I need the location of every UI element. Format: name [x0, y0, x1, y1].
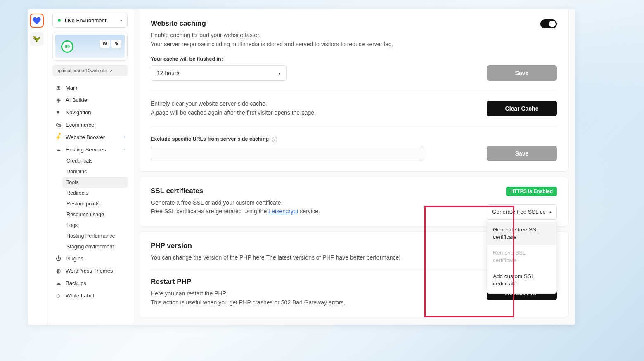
status-dot [58, 19, 61, 22]
caching-toggle[interactable] [540, 19, 557, 28]
cloud-up-icon: ☁ [55, 280, 62, 286]
sub-credentials[interactable]: Credentials [62, 156, 128, 166]
ssl-desc2: Free SSL certificates are generated usin… [151, 207, 320, 216]
plug-icon: ⏻ [55, 255, 62, 262]
nav-hosting-services[interactable]: ☁Hosting Services› [52, 143, 128, 156]
nav-website-booster[interactable]: ⚡Website Booster› [52, 131, 128, 143]
dd-custom-ssl[interactable]: Add custom SSL certificate [487, 269, 556, 292]
performance-score: 99 [61, 40, 73, 53]
sub-restore[interactable]: Restore points [62, 198, 128, 209]
nav-ecommerce[interactable]: 🛍Ecommerce [52, 118, 128, 131]
menu-icon: ≡ [55, 109, 62, 116]
nav-ai-builder[interactable]: ◉AI Builder [52, 94, 128, 106]
favorite-icon[interactable] [30, 14, 44, 28]
caching-card: Website caching Enable caching to load y… [139, 9, 569, 172]
sub-tools[interactable]: Tools [62, 177, 128, 188]
cloud-icon: ☁ [55, 146, 62, 153]
bag-icon: 🛍 [55, 121, 62, 128]
chevron-right-icon: › [124, 135, 125, 139]
sub-resource[interactable]: Resource usage [62, 209, 128, 220]
chevron-up-icon: ▴ [549, 210, 552, 214]
palette-icon: ◐ [55, 267, 62, 274]
https-enabled-badge: HTTPS Is Enabled [506, 187, 557, 196]
restart-d1: Here you can restart the PHP. [151, 289, 345, 298]
caching-title: Website caching [151, 19, 393, 28]
restart-title: Restart PHP [151, 278, 345, 286]
nav-themes[interactable]: ◐WordPress Themes [52, 264, 128, 277]
caching-desc1: Enable caching to load your website fast… [151, 31, 393, 40]
info-icon[interactable]: i [272, 137, 277, 142]
site-preview: 99 W ✎ [52, 32, 128, 61]
dd-remove-ssl: Remove SSL certificate [487, 245, 556, 268]
tag-icon: ◇ [55, 292, 62, 299]
sub-staging[interactable]: Staging environment [62, 241, 128, 252]
ssl-title: SSL certificates [151, 187, 320, 195]
ssl-action-dropdown[interactable]: Generate free SSL ce ▴ [487, 204, 557, 220]
external-link-icon: ↗ [109, 68, 113, 73]
environment-select[interactable]: Live Environment ▾ [52, 13, 128, 28]
nav-navigation[interactable]: ≡Navigation [52, 106, 128, 118]
sidebar: Live Environment ▾ 99 W ✎ optimal-crane.… [47, 9, 133, 325]
clear-cache-button[interactable]: Clear Cache [487, 101, 557, 116]
sub-redirects[interactable]: Redirects [62, 188, 128, 198]
site-url-badge[interactable]: optimal-crane.10web.site ↗ [52, 65, 128, 76]
ssl-dropdown-menu: Generate free SSL certificate Remove SSL… [487, 220, 557, 294]
eye-icon: ◉ [55, 97, 62, 103]
main-content: Website caching Enable caching to load y… [133, 9, 575, 325]
grid-icon: ⊞ [55, 84, 62, 91]
dino-icon[interactable]: 🦖 [30, 32, 44, 46]
letsencrypt-link[interactable]: Letsencrypt [268, 208, 298, 215]
edit-icon[interactable]: ✎ [111, 40, 121, 48]
restart-d2: This action is useful when you get PHP c… [151, 298, 345, 307]
app-shell: 🦖 Live Environment ▾ 99 W ✎ optimal-cran… [28, 9, 575, 325]
exclude-urls-input[interactable] [151, 146, 423, 161]
save-cache-button[interactable]: Save [487, 65, 557, 81]
wordpress-icon[interactable]: W [100, 40, 110, 48]
divider [151, 127, 557, 127]
nav-backups[interactable]: ☁Backups [52, 277, 128, 289]
sub-domains[interactable]: Domains [62, 166, 128, 177]
chevron-down-icon: ▾ [120, 18, 122, 23]
sidebar-nav: ⊞Main ◉AI Builder ≡Navigation 🛍Ecommerce… [52, 81, 128, 302]
caching-desc2: Your server response including multimedi… [151, 40, 393, 49]
chevron-down-icon: ▾ [279, 71, 281, 76]
divider [151, 90, 557, 90]
left-rail: 🦖 [28, 9, 47, 325]
notification-dot [59, 133, 61, 135]
nav-plugins[interactable]: ⏻Plugins [52, 252, 128, 264]
flush-interval-select[interactable]: 12 hours ▾ [151, 65, 287, 81]
env-label: Live Environment [65, 17, 106, 24]
hosting-submenu: Credentials Domains Tools Redirects Rest… [52, 156, 128, 252]
clear-desc1: Entirely clear your website server-side … [151, 99, 316, 109]
site-url: optimal-crane.10web.site [57, 68, 107, 73]
save-exclude-button[interactable]: Save [487, 146, 557, 161]
flush-label: Your cache will be flushed in: [151, 56, 557, 62]
exclude-label: Exclude specific URLs from server-side c… [151, 136, 557, 142]
sub-performance[interactable]: Hosting Performance [62, 231, 128, 241]
nav-white-label[interactable]: ◇White Label [52, 289, 128, 302]
nav-main[interactable]: ⊞Main [52, 81, 128, 94]
ssl-desc1: Generate a free SSL or add your custom c… [151, 198, 320, 208]
dd-generate-ssl[interactable]: Generate free SSL certificate [487, 222, 556, 245]
sub-logs[interactable]: Logs [62, 220, 128, 231]
preview-thumbnail[interactable]: 99 W ✎ [55, 35, 125, 58]
rocket-icon: ⚡ [55, 134, 62, 140]
ssl-card: SSL certificates Generate a free SSL or … [139, 177, 569, 227]
chevron-up-icon: › [123, 149, 127, 150]
clear-desc2: A page will be cached again after the fi… [151, 109, 316, 118]
